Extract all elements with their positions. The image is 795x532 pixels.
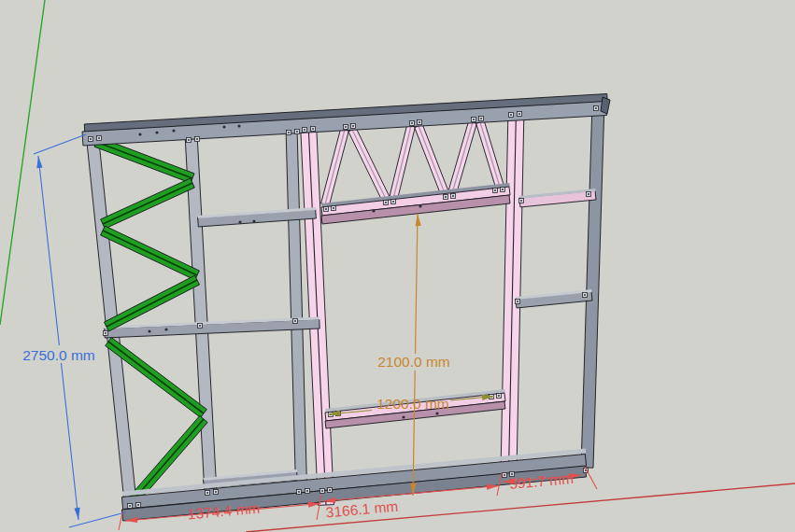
screw-icon — [138, 133, 141, 135]
dimension-label-wall-height[interactable]: 2750.0 mm — [22, 347, 95, 363]
screw-icon — [419, 204, 421, 207]
screw-icon — [164, 328, 167, 330]
plate-screw-icon — [329, 489, 331, 491]
plate-screw-icon — [584, 294, 586, 296]
plate-screw-icon — [385, 202, 387, 203]
plate-screw-icon — [494, 189, 496, 191]
model-view: 2750.0 mm 2100.0 mm 1200.0 mm 1374.4 mm … — [0, 0, 795, 532]
plate-screw-icon — [345, 126, 347, 128]
dimension-label-sill-height[interactable]: 1200.0 mm — [376, 396, 449, 412]
plate-screw-icon — [129, 505, 131, 507]
dimension-label-opening-height[interactable]: 2100.0 mm — [377, 354, 450, 370]
plate-screw-icon — [294, 320, 296, 322]
screw-icon — [402, 415, 405, 418]
screw-icon — [252, 219, 255, 222]
plate-screw-icon — [445, 196, 447, 198]
plate-screw-icon — [518, 113, 520, 115]
plate-screw-icon — [325, 208, 327, 210]
plate-screw-icon — [105, 332, 106, 334]
plate-screw-icon — [419, 121, 420, 123]
plate-screw-icon — [199, 325, 201, 327]
plate-screw-icon — [304, 129, 305, 131]
plate-screw-icon — [196, 138, 198, 140]
plate-screw-icon — [517, 301, 518, 302]
plate-screw-icon — [306, 490, 308, 492]
plate-screw-icon — [498, 395, 500, 397]
plate-screw-icon — [520, 200, 522, 202]
plate-screw-icon — [206, 492, 208, 494]
cad-viewport[interactable]: 2750.0 mm 2100.0 mm 1200.0 mm 1374.4 mm … — [0, 0, 795, 532]
plate-screw-icon — [510, 114, 512, 116]
plate-screw-icon — [312, 128, 314, 130]
plate-screw-icon — [90, 138, 92, 140]
screw-icon — [148, 329, 150, 332]
screw-icon — [172, 129, 175, 132]
plate-screw-icon — [504, 474, 505, 476]
plate-screw-icon — [452, 195, 454, 197]
plate-screw-icon — [288, 132, 290, 133]
plate-screw-icon — [333, 207, 334, 209]
plate-screw-icon — [296, 131, 298, 133]
plate-screw-icon — [502, 189, 504, 190]
plate-screw-icon — [588, 193, 589, 195]
plate-screw-icon — [473, 119, 475, 120]
plate-screw-icon — [352, 125, 354, 127]
screw-icon — [222, 125, 225, 128]
plate-screw-icon — [392, 201, 394, 203]
plate-screw-icon — [298, 491, 300, 493]
plate-screw-icon — [137, 504, 139, 506]
plate-screw-icon — [595, 107, 597, 109]
plate-screw-icon — [215, 491, 217, 493]
plate-screw-icon — [411, 122, 413, 124]
screw-icon — [155, 131, 158, 133]
screw-icon — [372, 209, 375, 212]
screw-icon — [435, 412, 438, 414]
plate-screw-icon — [321, 490, 323, 492]
plate-screw-icon — [188, 139, 190, 141]
screw-icon — [238, 220, 241, 223]
screw-icon — [237, 124, 240, 127]
plate-screw-icon — [98, 137, 100, 139]
plate-screw-icon — [480, 118, 482, 119]
